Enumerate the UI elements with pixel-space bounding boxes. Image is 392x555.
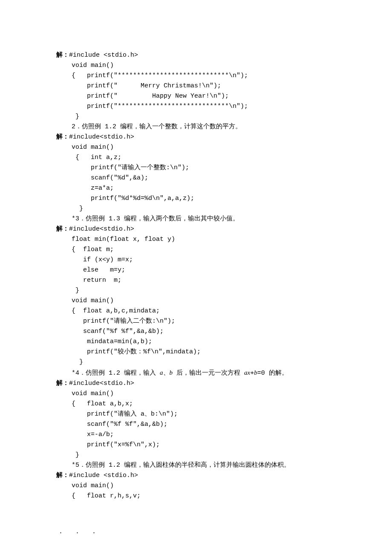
code-line: printf(" Happy New Year!\n"); [56, 91, 366, 101]
code-line: float min(float x, float y) [56, 234, 366, 245]
code-line: } [56, 112, 366, 122]
code-line: void main() [56, 61, 366, 71]
document-page: 解：#include <stdio.h> void main() { print… [0, 0, 392, 555]
code-line: 解：#include <stdio.h> [56, 471, 366, 481]
code-line: scanf("%f %f",&a,&b); [56, 419, 366, 430]
code-line: void main() [56, 389, 366, 399]
code-content: 解：#include <stdio.h> void main() { print… [56, 50, 366, 501]
code-line: return m; [56, 275, 366, 286]
code-line: 2．仿照例 1.2 编程，输入一个整数，计算这个数的平方。 [56, 122, 366, 132]
code-line: scanf("%d",&a); [56, 173, 366, 183]
code-line: } [56, 204, 366, 214]
code-line: 解：#include<stdio.h> [56, 379, 366, 389]
code-line: void main() [56, 142, 366, 153]
code-line: *3．仿照例 1.3 编程，输入两个数后，输出其中较小值。 [56, 214, 366, 224]
code-line: { float a,b,x; [56, 399, 366, 409]
code-line: scanf("%f %f",&a,&b); [56, 327, 366, 337]
code-line: mindata=min(a,b); [56, 337, 366, 347]
code-line: printf("请输入二个数:\n"); [56, 316, 366, 327]
code-line: z=a*a; [56, 183, 366, 194]
code-line: printf("请输入一个整数:\n"); [56, 163, 366, 173]
code-line: { int a,z; [56, 153, 366, 163]
code-line: printf("较小数：%f\n",mindata); [56, 347, 366, 357]
code-line: if (x<y) m=x; [56, 255, 366, 265]
code-line: 解：#include<stdio.h> [56, 224, 366, 234]
code-line: void main() [56, 481, 366, 491]
code-line: 解：#include <stdio.h> [56, 50, 366, 61]
code-line: { float a,b,c,mindata; [56, 306, 366, 316]
code-line: { printf("*****************************\… [56, 71, 366, 81]
code-line: x=-a/b; [56, 430, 366, 440]
code-line: } [56, 357, 366, 367]
code-line: 解：#include<stdio.h> [56, 132, 366, 142]
code-line: } [56, 450, 366, 460]
page-footer: ... [56, 527, 366, 537]
code-line: *4．仿照例 1.2 编程，输入 a、b 后，输出一元一次方程 ax+b=0 的… [56, 367, 366, 379]
code-line: { float r,h,s,v; [56, 491, 366, 501]
code-line: printf(" Merry Christmas!\n"); [56, 81, 366, 91]
code-line: else m=y; [56, 265, 366, 275]
code-line: printf("请输入 a、b:\n"); [56, 409, 366, 419]
code-line: void main() [56, 296, 366, 306]
code-line: { float m; [56, 245, 366, 255]
code-line: printf("*****************************\n"… [56, 101, 366, 112]
code-line: printf("%d*%d=%d\n",a,a,z); [56, 194, 366, 204]
code-line: *5．仿照例 1.2 编程，输入圆柱体的半径和高，计算并输出圆柱体的体积。 [56, 460, 366, 471]
code-line: } [56, 286, 366, 296]
code-line: printf("x=%f\n",x); [56, 440, 366, 450]
